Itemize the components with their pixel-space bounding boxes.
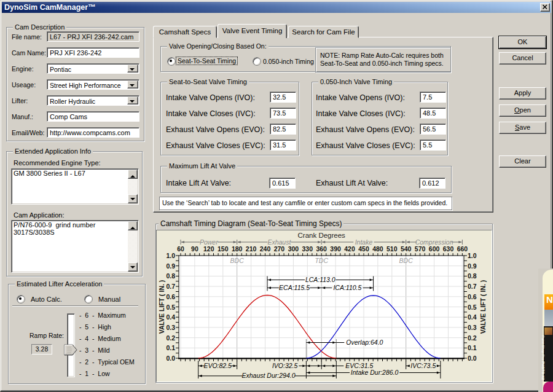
svg-text:300: 300 bbox=[288, 245, 299, 253]
svg-text:Intake: Intake bbox=[355, 238, 373, 246]
svg-text:90: 90 bbox=[191, 245, 198, 253]
svg-text:510: 510 bbox=[386, 245, 398, 253]
svg-text:0.4: 0.4 bbox=[166, 313, 175, 321]
svg-text:0.3: 0.3 bbox=[166, 324, 175, 331]
svg-text:390: 390 bbox=[330, 245, 341, 253]
svg-text:0.5: 0.5 bbox=[468, 304, 477, 311]
svg-text:0.5: 0.5 bbox=[166, 304, 175, 311]
svg-text:Power: Power bbox=[200, 238, 218, 246]
svg-text:Exhaust Dur:294.0: Exhaust Dur:294.0 bbox=[242, 372, 296, 379]
svg-text:0.8: 0.8 bbox=[468, 272, 477, 280]
svg-text:0.6: 0.6 bbox=[468, 293, 477, 300]
svg-text:150: 150 bbox=[218, 245, 229, 253]
svg-text:0.7: 0.7 bbox=[166, 283, 175, 290]
svg-text:BDC: BDC bbox=[230, 257, 245, 264]
svg-text:270: 270 bbox=[274, 245, 285, 253]
svg-text:180: 180 bbox=[232, 245, 243, 253]
svg-text:1.0: 1.0 bbox=[166, 252, 175, 259]
svg-text:1.0: 1.0 bbox=[468, 252, 477, 259]
svg-text:Compression: Compression bbox=[415, 238, 453, 246]
svg-text:ICA:110.5: ICA:110.5 bbox=[333, 284, 361, 291]
svg-text:540: 540 bbox=[401, 245, 412, 253]
svg-text:TDC: TDC bbox=[315, 257, 328, 264]
svg-text:Overlap:64.0: Overlap:64.0 bbox=[346, 339, 383, 346]
svg-text:120: 120 bbox=[203, 245, 214, 253]
svg-text:0.2: 0.2 bbox=[166, 334, 175, 342]
svg-text:0.9: 0.9 bbox=[166, 262, 175, 270]
svg-text:0.2: 0.2 bbox=[468, 334, 477, 342]
svg-text:240: 240 bbox=[260, 245, 271, 253]
svg-text:420: 420 bbox=[344, 245, 355, 253]
svg-text:BDC: BDC bbox=[399, 257, 414, 264]
svg-text:0.6: 0.6 bbox=[166, 293, 175, 300]
svg-text:VALVE LIFT ( IN. ): VALVE LIFT ( IN. ) bbox=[479, 280, 487, 334]
svg-text:360: 360 bbox=[316, 245, 327, 253]
svg-text:VALVE LIFT ( IN. ): VALVE LIFT ( IN. ) bbox=[158, 280, 165, 334]
svg-text:660: 660 bbox=[457, 245, 468, 253]
svg-text:480: 480 bbox=[372, 245, 383, 253]
svg-text:0.1: 0.1 bbox=[468, 344, 477, 351]
svg-text:0.4: 0.4 bbox=[468, 313, 477, 321]
svg-text:0.1: 0.1 bbox=[166, 344, 175, 351]
svg-text:Crank Degrees: Crank Degrees bbox=[298, 232, 346, 239]
svg-text:330: 330 bbox=[302, 245, 313, 253]
svg-text:IVC:73.5: IVC:73.5 bbox=[410, 362, 436, 369]
svg-text:IVO:32.5: IVO:32.5 bbox=[272, 362, 298, 369]
svg-text:0.0: 0.0 bbox=[166, 355, 175, 362]
svg-text:210: 210 bbox=[246, 245, 257, 253]
svg-text:EVO:82.5: EVO:82.5 bbox=[203, 362, 232, 369]
svg-text:0.8: 0.8 bbox=[166, 272, 175, 280]
svg-text:60: 60 bbox=[177, 245, 184, 253]
svg-text:0.9: 0.9 bbox=[468, 262, 477, 270]
svg-text:0.0: 0.0 bbox=[468, 355, 477, 362]
svg-text:Exhaust: Exhaust bbox=[267, 238, 291, 246]
svg-text:600: 600 bbox=[429, 245, 440, 253]
svg-text:0.7: 0.7 bbox=[468, 283, 477, 290]
svg-text:570: 570 bbox=[415, 245, 426, 253]
svg-text:Intake Dur:286.0: Intake Dur:286.0 bbox=[351, 369, 399, 376]
svg-text:450: 450 bbox=[358, 245, 369, 253]
svg-text:ECA:115.5: ECA:115.5 bbox=[279, 284, 310, 291]
svg-text:630: 630 bbox=[443, 245, 454, 253]
svg-text:0.3: 0.3 bbox=[468, 324, 477, 331]
svg-text:LCA:113.0: LCA:113.0 bbox=[305, 276, 335, 283]
